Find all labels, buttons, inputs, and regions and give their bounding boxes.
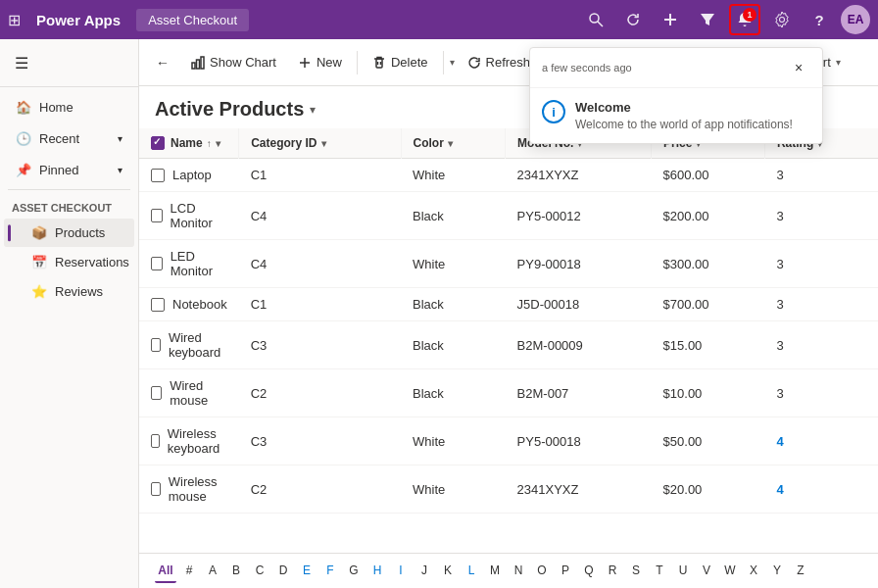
alpha-char-v[interactable]: V bbox=[696, 560, 717, 583]
alpha-char-m[interactable]: M bbox=[484, 560, 506, 583]
alpha-char-#[interactable]: # bbox=[178, 560, 200, 583]
product-link-4[interactable]: Wired keyboard bbox=[169, 330, 227, 360]
table-row[interactable]: Wired mouse C2 Black B2M-007 $10.00 3 bbox=[139, 369, 878, 417]
alpha-char-f[interactable]: F bbox=[319, 560, 341, 583]
color-cell: Black bbox=[401, 192, 506, 240]
row-checkbox-1[interactable] bbox=[151, 209, 163, 222]
product-link-1[interactable]: LCD Monitor bbox=[171, 201, 227, 230]
name-cell[interactable]: Wireless mouse bbox=[139, 466, 239, 514]
product-link-2[interactable]: LED Monitor bbox=[171, 249, 227, 278]
help-icon[interactable]: ? bbox=[804, 4, 835, 35]
alpha-char-b[interactable]: B bbox=[225, 560, 247, 583]
row-checkbox-7[interactable] bbox=[151, 482, 161, 496]
select-all-checkbox[interactable] bbox=[151, 136, 165, 150]
bell-icon[interactable]: 1 bbox=[729, 4, 760, 35]
delete-button[interactable]: Delete bbox=[364, 49, 437, 75]
sidebar-item-recent[interactable]: 🕒 Recent ▾ bbox=[4, 123, 134, 154]
name-cell[interactable]: Wired mouse bbox=[139, 369, 239, 417]
sidebar-item-pinned[interactable]: 📌 Pinned ▾ bbox=[4, 155, 134, 185]
page-title-chevron[interactable]: ▾ bbox=[310, 103, 316, 117]
alpha-char-q[interactable]: Q bbox=[578, 560, 600, 583]
color-sort[interactable]: Color ▾ bbox=[414, 136, 494, 150]
product-link-3[interactable]: Notebook bbox=[172, 297, 227, 312]
alpha-char-all[interactable]: All bbox=[155, 560, 176, 583]
alpha-char-o[interactable]: O bbox=[531, 560, 553, 583]
category-sort[interactable]: Category ID ▾ bbox=[251, 136, 388, 150]
settings-icon[interactable] bbox=[766, 4, 798, 35]
name-sort[interactable]: Name ↑ ▾ bbox=[171, 136, 220, 150]
alpha-char-s[interactable]: S bbox=[625, 560, 647, 583]
alpha-char-n[interactable]: N bbox=[508, 560, 529, 583]
run-report-chevron: ▾ bbox=[836, 57, 841, 68]
alpha-char-c[interactable]: C bbox=[249, 560, 270, 583]
refresh-circle-icon[interactable] bbox=[617, 4, 649, 35]
product-link-5[interactable]: Wired mouse bbox=[170, 378, 226, 408]
notification-close-button[interactable]: × bbox=[787, 56, 810, 79]
alpha-char-k[interactable]: K bbox=[437, 560, 459, 583]
alpha-char-j[interactable]: J bbox=[414, 560, 435, 583]
alpha-char-w[interactable]: W bbox=[719, 560, 741, 583]
new-button[interactable]: New bbox=[289, 49, 351, 75]
alpha-char-y[interactable]: Y bbox=[766, 560, 788, 583]
hamburger-icon[interactable]: ☰ bbox=[6, 47, 37, 78]
category-cell: C2 bbox=[239, 369, 401, 417]
alpha-char-z[interactable]: Z bbox=[790, 560, 811, 583]
refresh-button[interactable]: Refresh bbox=[459, 49, 540, 75]
grid-icon[interactable]: ⊞ bbox=[8, 11, 21, 29]
back-button[interactable]: ← bbox=[147, 47, 178, 78]
alpha-char-a[interactable]: A bbox=[202, 560, 223, 583]
row-checkbox-2[interactable] bbox=[151, 257, 163, 270]
name-cell[interactable]: LED Monitor bbox=[139, 240, 239, 288]
table-row[interactable]: Wired keyboard C3 Black B2M-00009 $15.00… bbox=[139, 321, 878, 369]
row-checkbox-5[interactable] bbox=[151, 386, 162, 400]
sidebar-item-home[interactable]: 🏠 Home bbox=[4, 92, 134, 122]
product-link-7[interactable]: Wireless mouse bbox=[169, 474, 227, 504]
alpha-char-e[interactable]: E bbox=[296, 560, 317, 583]
svg-point-0 bbox=[590, 14, 599, 23]
alpha-char-x[interactable]: X bbox=[743, 560, 764, 583]
name-cell[interactable]: Notebook bbox=[139, 288, 239, 321]
row-checkbox-6[interactable] bbox=[151, 434, 160, 448]
name-cell[interactable]: LCD Monitor bbox=[139, 192, 239, 240]
show-chart-button[interactable]: Show Chart bbox=[182, 49, 285, 75]
rating-cell: 4 bbox=[764, 417, 878, 466]
filter-icon[interactable] bbox=[692, 4, 723, 35]
name-cell[interactable]: Laptop bbox=[139, 159, 239, 192]
alpha-char-d[interactable]: D bbox=[272, 560, 294, 583]
model-cell: J5D-00018 bbox=[506, 288, 652, 321]
alpha-char-r[interactable]: R bbox=[602, 560, 623, 583]
table-row[interactable]: Laptop C1 White 2341XYXZ $600.00 3 bbox=[139, 159, 878, 192]
reservations-icon: 📅 bbox=[31, 255, 47, 270]
plus-icon[interactable] bbox=[655, 4, 686, 35]
sort-icon-name: ↑ bbox=[207, 138, 212, 149]
product-link-0[interactable]: Laptop bbox=[172, 168, 212, 182]
alpha-char-p[interactable]: P bbox=[555, 560, 576, 583]
alpha-char-g[interactable]: G bbox=[343, 560, 365, 583]
name-cell[interactable]: Wireless keyboard bbox=[139, 417, 239, 466]
sidebar-item-reservations[interactable]: 📅 Reservations bbox=[4, 248, 134, 276]
avatar[interactable]: EA bbox=[841, 5, 870, 34]
alpha-char-u[interactable]: U bbox=[672, 560, 694, 583]
notification-popup: a few seconds ago × i Welcome Welcome to… bbox=[529, 47, 823, 144]
sidebar-item-reviews[interactable]: ⭐ Reviews bbox=[4, 277, 134, 306]
table-row[interactable]: Wireless mouse C2 White 2341XYXZ $20.00 … bbox=[139, 466, 878, 514]
alpha-char-l[interactable]: L bbox=[461, 560, 482, 583]
alpha-char-h[interactable]: H bbox=[366, 560, 388, 583]
category-cell: C1 bbox=[239, 159, 401, 192]
table-row[interactable]: Notebook C1 Black J5D-00018 $700.00 3 bbox=[139, 288, 878, 321]
alpha-char-t[interactable]: T bbox=[649, 560, 670, 583]
sidebar-pinned-label: Pinned bbox=[39, 163, 78, 177]
alpha-char-i[interactable]: I bbox=[390, 560, 412, 583]
table-row[interactable]: LCD Monitor C4 Black PY5-00012 $200.00 3 bbox=[139, 192, 878, 240]
sidebar-reservations-label: Reservations bbox=[55, 255, 129, 270]
name-cell[interactable]: Wired keyboard bbox=[139, 321, 239, 369]
table-row[interactable]: LED Monitor C4 White PY9-00018 $300.00 3 bbox=[139, 240, 878, 288]
row-checkbox-0[interactable] bbox=[151, 169, 165, 182]
sidebar-item-products[interactable]: 📦 Products bbox=[4, 219, 134, 247]
row-checkbox-4[interactable] bbox=[151, 338, 161, 352]
product-link-6[interactable]: Wireless keyboard bbox=[168, 426, 227, 456]
search-icon[interactable] bbox=[580, 4, 611, 35]
row-checkbox-3[interactable] bbox=[151, 298, 165, 312]
table-row[interactable]: Wireless keyboard C3 White PY5-00018 $50… bbox=[139, 417, 878, 466]
toolbar-chevron-1[interactable]: ▾ bbox=[450, 57, 455, 68]
